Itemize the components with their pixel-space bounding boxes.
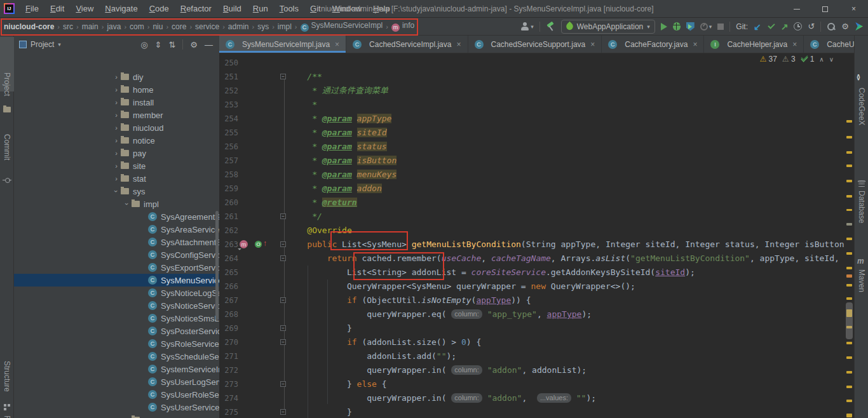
codegeex-logo-icon[interactable] <box>855 22 863 30</box>
chevron-right-icon[interactable]: › <box>112 86 121 93</box>
tree-item-stat[interactable]: ›stat <box>14 172 219 185</box>
editor-tab[interactable]: ICacheHelper.java× <box>704 36 804 53</box>
warning-stripe-mark[interactable] <box>846 274 852 278</box>
tree-item-home[interactable]: ›home <box>14 83 219 96</box>
tree-item-diy[interactable]: ›diy <box>14 71 219 83</box>
run-button[interactable] <box>661 23 667 30</box>
menu-edit[interactable]: Edit <box>44 1 70 16</box>
profiler-button[interactable]: ▾ <box>700 23 712 30</box>
chevron-down-icon[interactable]: ▾ <box>58 41 61 48</box>
tree-item-sysuserservicein[interactable]: CSysUserServiceIn <box>14 401 219 414</box>
close-button[interactable]: × <box>839 0 868 18</box>
chevron-right-icon[interactable]: › <box>112 73 121 81</box>
fold-collapse-icon[interactable]: − <box>280 241 286 247</box>
tool-button-favorites[interactable]: Favorites <box>0 415 14 418</box>
tree-item-sysattachmentse[interactable]: CSysAttachmentSe <box>14 236 219 248</box>
fold-collapse-icon[interactable]: − <box>280 255 286 261</box>
history-button[interactable] <box>794 22 802 30</box>
warning-stripe-mark[interactable] <box>846 386 852 388</box>
tree-item-sysuserroleserv[interactable]: CSysUserRoleServ <box>14 388 219 401</box>
error-stripe[interactable] <box>845 53 854 418</box>
user-account-button[interactable]: ▾ <box>520 22 534 31</box>
tree-item-impl[interactable]: ›impl <box>14 198 219 210</box>
settings-button[interactable]: ⚙ <box>841 22 849 31</box>
chevron-right-icon[interactable]: › <box>112 162 121 170</box>
fold-collapse-icon[interactable]: − <box>280 297 286 303</box>
menu-tools[interactable]: Tools <box>274 1 304 16</box>
tree-item-param[interactable]: ›param <box>14 414 219 418</box>
search-everywhere-button[interactable] <box>827 22 836 31</box>
tool-button-commit[interactable]: Commit <box>0 134 14 160</box>
tool-button-maven[interactable]: Maven <box>855 269 868 292</box>
rollback-button[interactable]: ↺ <box>808 22 815 31</box>
menu-navigate[interactable]: Navigate <box>99 1 143 16</box>
tab-close-icon[interactable]: × <box>456 40 461 49</box>
tree-item-sysuserlogservi[interactable]: CSysUserLogServi <box>14 375 219 388</box>
prev-problem-button[interactable]: ∧ <box>819 56 824 63</box>
tree-item-sysscheduleservi[interactable]: CSysScheduleServi <box>14 350 219 363</box>
tree-item-sysconfigservice[interactable]: CSysConfigService <box>14 248 219 261</box>
inspections-widget[interactable]: ⚠ 37 ⚠ 3 1 ∧ ∨ <box>759 55 834 64</box>
chevron-down-icon[interactable]: › <box>123 199 131 208</box>
editor-tab[interactable]: CCachedServiceSupport.java× <box>468 36 602 53</box>
warning-stripe-mark[interactable] <box>846 165 852 167</box>
chevron-right-icon[interactable]: › <box>112 124 121 131</box>
editor-tab[interactable]: CCacheFactory.java× <box>602 36 704 53</box>
tab-close-icon[interactable]: × <box>590 40 595 49</box>
debug-button[interactable] <box>673 22 681 30</box>
tree-item-notice[interactable]: ›notice <box>14 134 219 147</box>
chevron-right-icon[interactable]: › <box>112 175 121 182</box>
tree-item-sysagreementse[interactable]: CSysAgreementSe <box>14 210 219 223</box>
warning-stripe-mark[interactable] <box>846 238 852 240</box>
menu-view[interactable]: View <box>70 1 99 16</box>
warning-stripe-mark[interactable] <box>846 223 852 226</box>
tree-item-pay[interactable]: ›pay <box>14 147 219 159</box>
tree-item-sysposterservice[interactable]: CSysPosterService <box>14 325 219 337</box>
tree-item-sysexportservice[interactable]: CSysExportService <box>14 261 219 274</box>
tree-item-sysareaserviceim[interactable]: CSysAreaServiceIm <box>14 223 219 236</box>
tree-item-site[interactable]: ›site <box>14 159 219 172</box>
fold-collapse-icon[interactable]: − <box>280 381 286 387</box>
git-push-button[interactable]: ↗ <box>781 22 789 32</box>
editor-scrollbar-thumb[interactable] <box>846 302 853 339</box>
warning-stripe-mark[interactable] <box>846 297 852 300</box>
fold-end-icon[interactable]: − <box>280 325 286 331</box>
run-with-coverage-button[interactable] <box>686 22 695 31</box>
tab-close-icon[interactable]: × <box>792 40 797 49</box>
select-opened-file-button[interactable]: ◎ <box>140 40 147 50</box>
warning-stripe-mark[interactable] <box>846 136 852 138</box>
hide-panel-button[interactable]: — <box>205 40 213 50</box>
run-configuration-select[interactable]: WebAppApplication ▾ <box>561 20 655 34</box>
chevron-right-icon[interactable]: › <box>112 111 121 119</box>
tool-button-project[interactable]: Project <box>0 72 14 96</box>
tree-item-sysnoticesmslog[interactable]: CSysNoticeSmsLog <box>14 312 219 325</box>
chevron-right-icon[interactable]: › <box>112 98 121 106</box>
tool-button-structure[interactable]: Structure <box>0 361 14 392</box>
fold-end-icon[interactable]: − <box>280 409 286 415</box>
method-gutter-icon[interactable]: m <box>240 240 248 248</box>
code-editor[interactable]: 250251− /**252 * 通过条件查询菜单253 *254 * @par… <box>219 53 845 418</box>
tree-item-niucloud[interactable]: ›niucloud <box>14 121 219 134</box>
build-hammer-icon[interactable] <box>546 22 555 31</box>
fold-collapse-icon[interactable]: − <box>280 339 286 345</box>
tab-close-icon[interactable]: × <box>335 40 339 49</box>
warning-stripe-mark[interactable] <box>846 267 852 269</box>
menu-refactor[interactable]: Refactor <box>175 1 217 16</box>
warning-stripe-mark[interactable] <box>846 400 852 402</box>
tree-item-sysroleserviceim[interactable]: CSysRoleServiceIm <box>14 337 219 350</box>
git-commit-button[interactable] <box>767 22 775 30</box>
warning-stripe-mark[interactable] <box>846 151 852 154</box>
menu-code[interactable]: Code <box>144 1 175 16</box>
overrides-gutter-icon[interactable]: O <box>255 241 262 248</box>
maximize-button[interactable] <box>811 0 839 18</box>
menu-file[interactable]: File <box>20 1 44 16</box>
tree-item-systemserviceim[interactable]: CSystemServiceIm <box>14 363 219 375</box>
minimize-button[interactable] <box>782 0 811 18</box>
warning-stripe-mark[interactable] <box>846 284 852 287</box>
tree-item-member[interactable]: ›member <box>14 109 219 121</box>
warning-stripe-mark[interactable] <box>846 195 852 198</box>
warning-stripe-mark[interactable] <box>846 371 852 374</box>
tree-scrollbar[interactable] <box>215 211 219 320</box>
tab-close-icon[interactable]: × <box>693 40 697 49</box>
editor-tab[interactable]: CCachedServiceImpl.java× <box>346 36 468 53</box>
